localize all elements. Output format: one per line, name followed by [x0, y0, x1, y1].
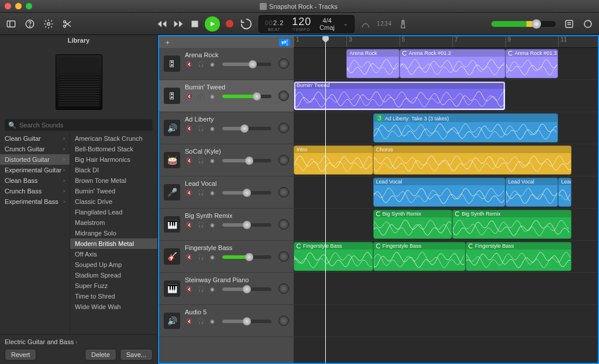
close-button[interactable] — [5, 3, 11, 9]
pan-knob[interactable] — [278, 316, 289, 326]
region[interactable]: Arena Rock #01.2 — [400, 49, 505, 78]
delete-button[interactable]: Delete — [85, 349, 116, 360]
library-toggle-icon[interactable] — [6, 19, 16, 29]
headphone-button[interactable]: 🎧 — [197, 189, 205, 197]
arrange-area[interactable]: 1357911 Arena RockArena Rock #01.2Arena … — [294, 36, 598, 363]
region[interactable]: Arena Rock — [346, 49, 399, 78]
pan-knob[interactable] — [278, 58, 289, 69]
region[interactable]: 3Ad Liberty: Take 3 (3 takes) — [373, 113, 559, 143]
track-header[interactable]: 🎛 Arena Rock 🔇 🎧 ◉ — [159, 48, 294, 80]
track-volume-slider[interactable] — [222, 63, 271, 66]
minimize-button[interactable] — [15, 3, 22, 9]
track-volume-slider[interactable] — [222, 159, 271, 162]
input-button[interactable]: ◉ — [208, 157, 216, 165]
region[interactable]: Fingerstyle Bass — [294, 242, 373, 271]
input-button[interactable]: ◉ — [208, 60, 216, 68]
headphone-button[interactable]: 🎧 — [197, 221, 205, 229]
region[interactable]: Lead Vocal — [373, 178, 505, 207]
library-patch-item[interactable]: Black DI — [70, 165, 157, 175]
headphone-button[interactable]: 🎧 — [197, 92, 205, 100]
input-button[interactable]: ◉ — [208, 124, 216, 133]
library-category-item[interactable]: Crunch Bass› — [0, 186, 70, 196]
rewind-button[interactable] — [156, 18, 168, 30]
region[interactable]: Intro — [294, 145, 373, 175]
input-button[interactable]: ◉ — [208, 221, 216, 229]
pan-knob[interactable] — [278, 187, 289, 197]
play-button[interactable] — [205, 16, 220, 32]
track-volume-slider[interactable] — [222, 287, 271, 291]
pan-knob[interactable] — [278, 251, 289, 262]
pan-knob[interactable] — [278, 155, 289, 165]
track-header[interactable]: 🔊 Ad Liberty 🔇 🎧 ◉ — [159, 112, 294, 144]
mute-button[interactable]: 🔇 — [185, 285, 193, 293]
track-lane[interactable]: 3Ad Liberty: Take 3 (3 takes) — [294, 112, 598, 144]
region[interactable]: Lead Vocal — [558, 178, 572, 207]
mute-button[interactable]: 🔇 — [185, 253, 193, 261]
track-volume-slider[interactable] — [222, 320, 271, 323]
track-header[interactable]: 🔊 Audio 5 🔇 🎧 ◉ — [159, 305, 294, 337]
input-button[interactable]: ◉ — [208, 189, 216, 197]
track-header[interactable]: 🎹 Big Synth Remix 🔇 🎧 ◉ — [159, 209, 294, 241]
library-patch-item[interactable]: Bell-Bottomed Stack — [70, 144, 157, 154]
library-patch-item[interactable]: Brown Tone Metal — [70, 175, 157, 186]
region[interactable]: Big Synth Remix — [452, 210, 571, 239]
timeline-ruler[interactable]: 1357911 — [294, 36, 598, 48]
library-patch-item[interactable]: Maelstrom — [70, 217, 157, 228]
cycle-button[interactable] — [240, 18, 253, 30]
library-patch-item[interactable]: Time to Shred — [70, 291, 157, 301]
input-button[interactable]: ◉ — [208, 317, 216, 325]
lcd-display[interactable]: 002.2BEAT 120TEMPO 4/4Cmaj ⌄ — [259, 15, 354, 33]
region[interactable]: Fingerstyle Bass — [466, 242, 572, 271]
library-category-item[interactable]: Crunch Guitar› — [0, 144, 70, 154]
track-header[interactable]: 🥁 SoCal (Kyle) 🔇 🎧 ◉ — [159, 144, 294, 176]
headphone-button[interactable]: 🎧 — [197, 253, 205, 261]
forward-button[interactable] — [172, 18, 185, 30]
track-lane[interactable] — [294, 273, 598, 305]
add-track-button[interactable]: ＋ — [163, 37, 172, 47]
headphone-button[interactable]: 🎧 — [197, 157, 205, 165]
mute-button[interactable]: 🔇 — [185, 157, 193, 165]
region[interactable]: Arena Rock #01.3 — [505, 49, 558, 78]
track-header[interactable]: 🎸 Fingerstyle Bass 🔇 🎧 ◉ — [159, 241, 294, 273]
track-header[interactable]: 🎛 Burnin' Tweed 🔇 🎧 ◉ — [159, 80, 294, 112]
track-volume-slider[interactable] — [222, 223, 271, 227]
headphone-button[interactable]: 🎧 — [197, 60, 205, 68]
help-icon[interactable] — [25, 19, 35, 29]
zoom-button[interactable] — [26, 3, 32, 9]
region[interactable]: Big Synth Remix — [373, 210, 453, 239]
library-breadcrumb[interactable]: Electric Guitar and Bass › — [5, 338, 153, 345]
pan-knob[interactable] — [278, 283, 289, 294]
library-patch-item[interactable]: American Stack Crunch — [70, 133, 157, 144]
loops-icon[interactable] — [583, 19, 593, 29]
library-patch-item[interactable]: Stadium Spread — [70, 270, 157, 280]
track-lane[interactable]: Burnin' Tweed — [294, 80, 598, 112]
track-volume-slider[interactable] — [222, 95, 271, 98]
track-volume-slider[interactable] — [222, 191, 271, 195]
headphone-button[interactable]: 🎧 — [197, 317, 205, 325]
track-lane[interactable]: Big Synth RemixBig Synth Remix — [294, 209, 598, 241]
library-patch-item[interactable]: Burnin' Tweed — [70, 186, 157, 196]
track-lane[interactable]: Fingerstyle BassFingerstyle BassFingerst… — [294, 241, 598, 273]
input-button[interactable]: ◉ — [208, 285, 216, 293]
revert-button[interactable]: Revert — [5, 349, 36, 360]
mute-button[interactable]: 🔇 — [185, 124, 193, 133]
headphone-button[interactable]: 🎧 — [197, 124, 205, 133]
library-category-item[interactable]: Clean Guitar› — [0, 133, 70, 144]
pan-knob[interactable] — [278, 91, 289, 101]
notepad-icon[interactable] — [564, 19, 574, 29]
library-patch-item[interactable]: Super Fuzz — [70, 280, 157, 291]
track-volume-slider[interactable] — [222, 255, 271, 259]
headphone-button[interactable]: 🎧 — [197, 285, 205, 293]
region[interactable]: Chorus — [373, 145, 572, 175]
input-button[interactable]: ◉ — [208, 92, 216, 100]
playhead[interactable] — [325, 36, 326, 363]
mute-button[interactable]: 🔇 — [185, 317, 193, 325]
mute-button[interactable]: 🔇 — [185, 221, 193, 229]
library-patch-item[interactable]: Flangilated Lead — [70, 207, 157, 217]
track-lane[interactable]: Lead VocalLead VocalLead Vocal — [294, 176, 598, 209]
pan-knob[interactable] — [278, 123, 289, 133]
library-category-item[interactable]: Experimental Guitar› — [0, 165, 70, 175]
pan-knob[interactable] — [278, 219, 289, 230]
mute-button[interactable]: 🔇 — [185, 92, 193, 100]
library-category-item[interactable]: Distorted Guitar› — [0, 154, 70, 165]
